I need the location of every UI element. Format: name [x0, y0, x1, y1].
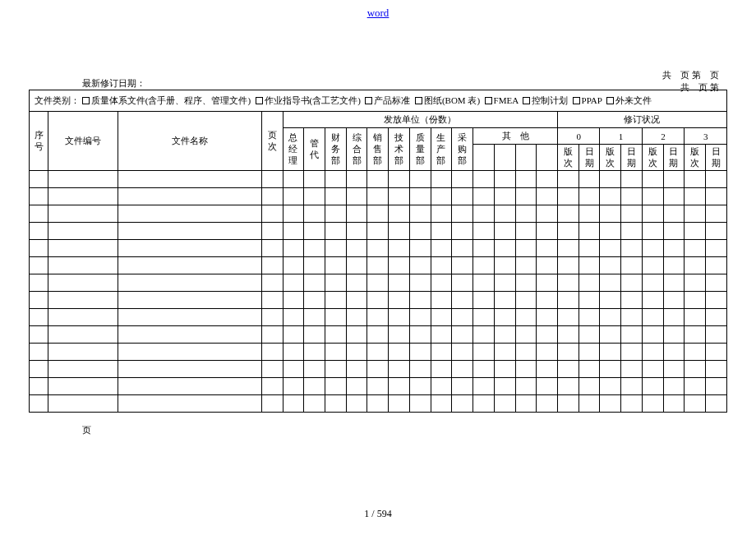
- table-row: [30, 325, 727, 343]
- category-row: 文件类别： 质量体系文件(含手册、程序、管理文件) 作业指导书(含工艺文件) 产…: [30, 90, 727, 112]
- page-counter-1: 共 页 第 页: [662, 69, 719, 81]
- table-row: [30, 394, 727, 412]
- dept-cell: 质量部: [409, 128, 431, 171]
- rev-num: 0: [557, 128, 599, 145]
- col-pages: 页次: [261, 112, 283, 171]
- checkbox-icon: [606, 97, 614, 104]
- dept-cell: 管代: [304, 128, 325, 171]
- rev-num: 3: [685, 128, 727, 145]
- page-header: word: [0, 0, 756, 20]
- table-row: [30, 170, 727, 187]
- dept-cell: 总经理: [283, 128, 304, 171]
- table-row: [30, 256, 727, 274]
- col-docname: 文件名称: [118, 112, 261, 171]
- rev-ver: 版次: [685, 145, 706, 171]
- table-row: [30, 205, 727, 222]
- rev-date: 日期: [579, 145, 600, 171]
- rev-ver: 版次: [642, 145, 663, 171]
- other-blank: [515, 145, 537, 171]
- table-row: [30, 187, 727, 205]
- table-row: [30, 308, 727, 325]
- other-blank: [537, 145, 558, 171]
- dept-cell: 生产部: [431, 128, 452, 171]
- table-row: [30, 274, 727, 291]
- rev-date: 日期: [621, 145, 643, 171]
- checkbox-icon: [82, 97, 90, 104]
- checkbox-icon: [256, 97, 263, 104]
- checkbox-icon: [485, 97, 492, 104]
- table-row: [30, 239, 727, 256]
- dept-cell: 采购部: [452, 128, 473, 171]
- checkbox-icon: [523, 97, 530, 104]
- revision-date-label: 最新修订日期：: [82, 77, 145, 90]
- col-distribution: 发放单位（份数）: [283, 112, 557, 128]
- other-blank: [494, 145, 515, 171]
- rev-ver: 版次: [557, 145, 579, 171]
- dept-other: 其 他: [473, 128, 558, 145]
- table-row: [30, 343, 727, 360]
- table-row: [30, 360, 727, 377]
- dept-cell: 销售部: [367, 128, 389, 171]
- main-table: 文件类别： 质量体系文件(含手册、程序、管理文件) 作业指导书(含工艺文件) 产…: [29, 90, 727, 413]
- table-row: [30, 291, 727, 308]
- rev-num: 2: [642, 128, 684, 145]
- table-row: [30, 222, 727, 239]
- header-link[interactable]: word: [367, 7, 390, 19]
- rev-num: 1: [600, 128, 642, 145]
- table-row: [30, 377, 727, 394]
- dept-cell: 综合部: [346, 128, 367, 171]
- dept-cell: 技术部: [389, 128, 410, 171]
- rev-ver: 版次: [600, 145, 621, 171]
- rev-date: 日期: [663, 145, 685, 171]
- dept-cell: 财务部: [325, 128, 347, 171]
- col-revision: 修订状况: [557, 112, 726, 128]
- col-docno: 文件编号: [48, 112, 118, 171]
- col-seq: 序号: [30, 112, 48, 171]
- footer-ye: 页: [82, 424, 91, 436]
- rev-date: 日期: [705, 145, 726, 171]
- other-blank: [473, 145, 495, 171]
- page-number: 1 / 594: [0, 508, 756, 520]
- checkbox-icon: [365, 97, 372, 104]
- checkbox-icon: [573, 97, 580, 104]
- checkbox-icon: [415, 97, 422, 104]
